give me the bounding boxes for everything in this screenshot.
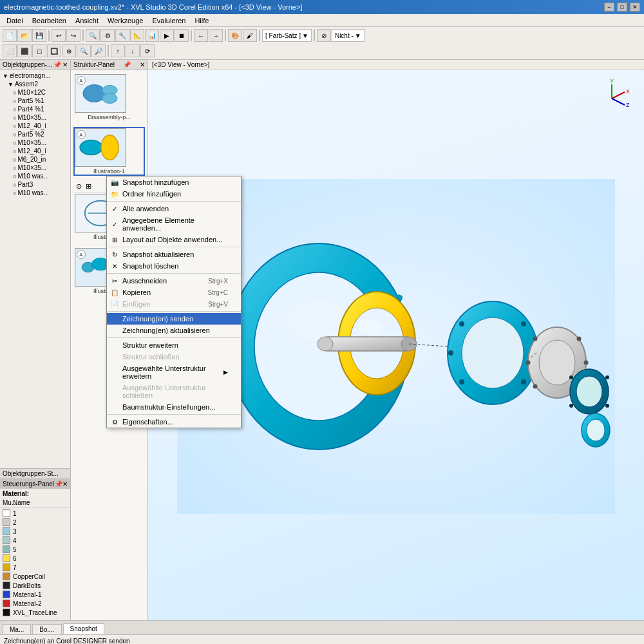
struktur-panel-close[interactable]: ✕ xyxy=(140,61,145,68)
mat-row-traceline[interactable]: XVL_TraceLine xyxy=(1,608,69,617)
tb-btn-10[interactable]: ← xyxy=(194,29,208,42)
tb-nicht-dropdown[interactable]: Nicht - ▼ xyxy=(332,29,365,42)
mat-row-1[interactable]: 1 xyxy=(1,509,69,518)
tree-item-m12-40-i[interactable]: ○ M12_40_i xyxy=(1,147,69,155)
tab-snapshot[interactable]: Snapshot xyxy=(63,623,104,634)
snapshot-illustration-1[interactable]: A Illustration-1 xyxy=(73,127,145,176)
tb-btn-12[interactable]: 🎨 xyxy=(228,29,242,42)
tb-r10[interactable]: ⟳ xyxy=(140,44,155,57)
tb-r6[interactable]: 🔍 xyxy=(77,44,91,57)
mat-row-4[interactable]: 4 xyxy=(1,536,69,545)
tb-btn-6[interactable]: 📐 xyxy=(130,29,144,42)
tb-r9[interactable]: ↓ xyxy=(126,44,140,57)
obj-panel-close[interactable]: ✕ xyxy=(62,61,68,68)
tb-r8[interactable]: ↑ xyxy=(111,44,125,57)
ctx-struktur-erweitern[interactable]: Struktur erweitern xyxy=(107,339,241,351)
struktur-panel-pin[interactable]: 📌 xyxy=(123,61,131,68)
mat-row-2[interactable]: 2 xyxy=(1,518,69,527)
svg-point-3 xyxy=(102,93,117,103)
mat-row-material2[interactable]: Material-2 xyxy=(1,599,69,608)
mat-row-5[interactable]: 5 xyxy=(1,545,69,554)
tree-item-m10x35-2[interactable]: ○ M10×35... xyxy=(1,138,69,147)
tree-panel[interactable]: ▼ electromagn... ▼ Assem2 ○ M10×12C ○ Pa… xyxy=(0,70,70,468)
ctx-baumstruktur-einstellungen[interactable]: Baumstruktur-Einstellungen... xyxy=(107,401,241,413)
tb-r1[interactable]: ⬜ xyxy=(3,44,17,57)
ctx-eigenschaften[interactable]: ⚙ Eigenschaften... xyxy=(107,416,241,428)
tree-item-m10-was-1[interactable]: ○ M10 was... xyxy=(1,172,69,180)
tb-r2[interactable]: ⬛ xyxy=(17,44,32,57)
close-button[interactable]: ✕ xyxy=(630,3,640,12)
tb-r4[interactable]: 🔲 xyxy=(47,44,61,57)
ctx-alle-anwenden[interactable]: ✓ Alle anwenden xyxy=(107,203,241,214)
obj-panel-pin[interactable]: 📌 xyxy=(53,61,61,68)
mat-row-coppercoil[interactable]: CopperCoil xyxy=(1,572,69,581)
ctx-angegebene-anwenden[interactable]: ✓ Angegebene Elemente anwenden... xyxy=(107,214,241,234)
tree-item-part4[interactable]: ○ Part4 %1 xyxy=(1,105,69,113)
ctx-kopieren[interactable]: 📋 Kopieren Strg+C xyxy=(107,287,241,298)
tb-btn-9[interactable]: ⏹ xyxy=(175,29,189,42)
ctx-ausgewaehlte-unterstruktur[interactable]: Ausgewählte Unterstruktur erweitern ▶ xyxy=(107,363,241,382)
tree-item-part5-2[interactable]: ○ Part5 %2 xyxy=(1,130,69,138)
tb-new[interactable]: 📄 xyxy=(3,29,17,42)
tree-item-part3[interactable]: ○ Part3 xyxy=(1,180,69,189)
menu-datei[interactable]: Datei xyxy=(3,16,27,25)
tree-item-assem2[interactable]: ▼ Assem2 xyxy=(1,80,69,88)
menu-bearbeiten[interactable]: Bearbeiten xyxy=(28,16,70,25)
minimize-button[interactable]: − xyxy=(604,3,614,12)
ctx-layout-anwenden[interactable]: ⊞ Layout auf Objekte anwenden... xyxy=(107,234,241,245)
tree-item-label-m10x35-3: M10×35... xyxy=(17,164,46,171)
ctx-sep-4 xyxy=(107,311,241,312)
tree-item-m10x35-3[interactable]: ○ M10×35... xyxy=(1,164,69,172)
steuerung-close[interactable]: ✕ xyxy=(62,480,68,488)
ctx-icon-close-struct xyxy=(109,352,120,362)
tab-bo[interactable]: Bo.... xyxy=(32,624,61,634)
menu-ansicht[interactable]: Ansicht xyxy=(71,16,102,25)
ctx-snapshot-aktualisieren[interactable]: ↻ Snapshot aktualisieren xyxy=(107,249,241,260)
ctx-arrow-unterstruktur: ▶ xyxy=(223,369,228,375)
tree-item-part5-1[interactable]: ○ Part5 %1 xyxy=(1,97,69,105)
tree-item-m6-20[interactable]: ○ M6_20_in xyxy=(1,155,69,164)
mat-row-darkbolts[interactable]: DarkBolts xyxy=(1,581,69,590)
ctx-snapshot-loeschen[interactable]: ✕ Snapshot löschen xyxy=(107,260,241,272)
tree-item-label-assem2: Assem2 xyxy=(15,80,38,88)
tb-r5[interactable]: ⊕ xyxy=(62,44,76,57)
tb-btn-8[interactable]: ▶ xyxy=(160,29,174,42)
mat-row-material1[interactable]: Material-1 xyxy=(1,590,69,599)
tb-btn-7[interactable]: 📊 xyxy=(145,29,159,42)
ctx-snapshot-hinzufuegen[interactable]: 📷 Snapshot hinzufügen xyxy=(107,176,241,188)
tb-open[interactable]: 📂 xyxy=(17,29,32,42)
ctx-zeichnungen-aktualisieren[interactable]: Zeichnung(en) aktualisieren xyxy=(107,325,241,336)
tree-item-m10x12c[interactable]: ○ M10×12C xyxy=(1,88,69,97)
menu-werkzeuge[interactable]: Werkzeuge xyxy=(104,16,147,25)
menu-hilfe[interactable]: Hilfe xyxy=(191,16,213,25)
snapshot-disassembly-1[interactable]: A Disassembly-p... xyxy=(73,73,145,122)
tb-r7[interactable]: 🔎 xyxy=(91,44,106,57)
obj-panel-title: Objektgruppen-... xyxy=(3,61,52,68)
ctx-zeichnungen-senden[interactable]: Zeichnung(en) senden xyxy=(107,313,241,325)
tb-undo[interactable]: ↩ xyxy=(52,29,66,42)
mat-row-7[interactable]: 7 xyxy=(1,563,69,572)
tab-ma[interactable]: Ma... xyxy=(3,624,31,634)
steuerung-pin[interactable]: 📌 xyxy=(55,480,62,488)
tb-r3[interactable]: ◻ xyxy=(32,44,46,57)
menu-evaluieren[interactable]: Evaluieren xyxy=(148,16,189,25)
tree-item-m10x35-1[interactable]: ○ M10×35... xyxy=(1,113,69,122)
tb-btn-nicht[interactable]: ⊘ xyxy=(317,29,331,42)
tree-item-m10-was-2[interactable]: ○ M10 was... xyxy=(1,189,69,197)
tb-save[interactable]: 💾 xyxy=(32,29,46,42)
tb-btn-13[interactable]: 🖌 xyxy=(243,29,257,42)
tb-redo[interactable]: ↪ xyxy=(66,29,80,42)
mat-row-6[interactable]: 6 xyxy=(1,554,69,563)
tb-btn-4[interactable]: ⚙ xyxy=(100,29,115,42)
mat-row-3[interactable]: 3 xyxy=(1,527,69,536)
tb-btn-11[interactable]: → xyxy=(209,29,223,42)
ctx-ordner-hinzufuegen[interactable]: 📁 Ordner hinzufügen xyxy=(107,188,241,200)
maximize-button[interactable]: □ xyxy=(617,3,627,12)
ctx-ausschneiden[interactable]: ✂ Ausschneiden Strg+X xyxy=(107,275,241,287)
tb-farb-satz-dropdown[interactable]: [ Farb-Satz ] ▼ xyxy=(262,29,312,42)
tree-root[interactable]: ▼ electromagn... xyxy=(1,71,69,80)
mat-name-7: 7 xyxy=(13,564,17,571)
tb-btn-3[interactable]: 🔍 xyxy=(86,29,100,42)
tree-item-m12-40[interactable]: ○ M12_40_i xyxy=(1,122,69,130)
tb-btn-5[interactable]: 🔧 xyxy=(115,29,129,42)
